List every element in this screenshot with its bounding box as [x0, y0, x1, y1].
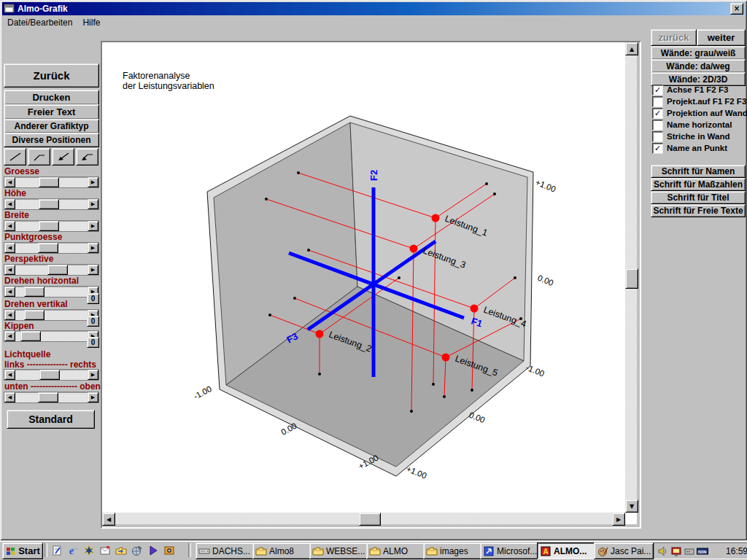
slider-right-arrow[interactable]: ▶: [88, 177, 98, 187]
vertical-scroll-thumb[interactable]: [625, 268, 638, 289]
slider-perspektive[interactable]: ◀▶: [4, 264, 99, 276]
button-schrift-f-r-titel[interactable]: Schrift für Titel: [651, 191, 746, 204]
slider-breite[interactable]: ◀▶: [4, 220, 99, 232]
menu-datei-bearbeiten[interactable]: Datei/Bearbeiten: [2, 17, 77, 28]
button-anderer-grafiktyp[interactable]: Anderer Grafiktyp: [4, 119, 99, 133]
slider-right-arrow[interactable]: ▶: [88, 265, 98, 275]
task-button-microsof[interactable]: Microsof...: [480, 542, 540, 559]
slider-thumb[interactable]: [39, 199, 59, 209]
slider-right-arrow[interactable]: ▶: [88, 199, 98, 209]
slider-thumb[interactable]: [39, 177, 59, 187]
task-button-webse[interactable]: WEBSE...: [309, 542, 369, 559]
slider-thumb[interactable]: [38, 392, 58, 402]
checkbox-projektion-auf-wand[interactable]: ✓: [652, 108, 663, 119]
button-zur-ck[interactable]: Zurück: [4, 63, 99, 88]
button-w-nde-grau-wei[interactable]: Wände: grau/weiß: [651, 46, 746, 60]
button-schrift-f-r-namen[interactable]: Schrift für Namen: [651, 165, 746, 178]
slider-kippen[interactable]: ◀▶: [4, 330, 99, 342]
button-w-nde-da-weg[interactable]: Wände: da/weg: [651, 59, 746, 73]
checkbox-row-name-horizontal[interactable]: Name horizontal: [652, 120, 732, 130]
slider-groesse[interactable]: ◀▶: [4, 176, 99, 188]
slider-thumb[interactable]: [38, 243, 58, 253]
scroll-up-button[interactable]: ▲: [625, 42, 638, 55]
line-style-button-3[interactable]: [52, 148, 74, 166]
checkbox-row-achse-f1-f2-f3[interactable]: ✓Achse F1 F2 F3: [652, 85, 728, 95]
checkbox-striche-in-wand[interactable]: [652, 131, 663, 142]
checkbox-row-projekt-auf-f1-f2-f3[interactable]: Projekt.auf F1 F2 F3: [652, 96, 746, 106]
checkbox-row-name-an-punkt[interactable]: ✓Name an Punkt: [652, 143, 727, 153]
line-style-button-4[interactable]: [76, 148, 98, 166]
checkbox-row-projektion-auf-wand[interactable]: ✓Projektion auf Wand: [652, 108, 747, 118]
slider-thumb[interactable]: [20, 331, 41, 341]
back-button[interactable]: zurück: [651, 29, 697, 46]
tray-volume-icon[interactable]: [657, 545, 669, 557]
slider-right-arrow[interactable]: ▶: [88, 392, 98, 402]
button-standard[interactable]: Standard: [7, 410, 95, 429]
button-drucken[interactable]: Drucken: [4, 90, 99, 105]
horizontal-scrollbar[interactable]: ◀ ▶: [102, 513, 625, 524]
slider-thumb[interactable]: [47, 265, 68, 275]
quicklaunch-mail-icon[interactable]: [98, 543, 112, 558]
task-button-almo[interactable]: ALMO: [366, 542, 426, 559]
slider-thumb[interactable]: [24, 287, 44, 297]
tray-isdn-icon[interactable]: ISDN: [697, 545, 708, 557]
task-button-dachs[interactable]: DACHS...: [196, 542, 255, 559]
button-diverse-positionen[interactable]: Diverse Positionen: [4, 133, 99, 147]
scroll-right-button[interactable]: ▶: [612, 513, 625, 526]
tray-display-icon[interactable]: [670, 545, 682, 557]
slider-thumb[interactable]: [39, 221, 59, 231]
tray-modem-icon[interactable]: [684, 545, 695, 557]
checkbox-name-an-punkt[interactable]: ✓: [652, 143, 663, 154]
rotation-reset-button-1[interactable]: 0: [87, 293, 99, 304]
slider-right-arrow[interactable]: ▶: [88, 221, 98, 231]
checkbox-name-horizontal[interactable]: [652, 120, 663, 131]
slider-h-he[interactable]: ◀▶: [4, 198, 99, 210]
checkbox-projekt-auf-f1-f2-f3[interactable]: [652, 96, 663, 107]
slider-left-arrow[interactable]: ◀: [4, 370, 15, 380]
slider-thumb[interactable]: [39, 370, 60, 380]
slider-left-arrow[interactable]: ◀: [4, 310, 15, 320]
vertical-scrollbar[interactable]: ▲ ▼: [625, 42, 637, 513]
line-style-button-1[interactable]: [4, 148, 26, 166]
slider-punktgroesse[interactable]: ◀▶: [4, 242, 99, 254]
slider-unten-oben[interactable]: ◀▶: [4, 392, 99, 403]
button-schrift-f-r-freie-texte[interactable]: Schrift für Freie Texte: [651, 204, 746, 217]
slider-left-arrow[interactable]: ◀: [4, 265, 15, 275]
checkbox-achse-f1-f2-f3[interactable]: ✓: [652, 85, 663, 96]
slider-thumb[interactable]: [24, 310, 44, 320]
quicklaunch-play-icon[interactable]: [146, 543, 160, 558]
quicklaunch-recorder-icon[interactable]: [162, 543, 177, 558]
start-button[interactable]: Start: [2, 542, 43, 559]
slider-left-arrow[interactable]: ◀: [4, 392, 15, 402]
slider-left-arrow[interactable]: ◀: [4, 221, 15, 231]
close-button[interactable]: ×: [730, 3, 743, 15]
quicklaunch-sync-folder-icon[interactable]: [114, 543, 128, 558]
slider-drehen-horizontal[interactable]: ◀▶: [4, 286, 99, 298]
quicklaunch-notes-icon[interactable]: [50, 543, 64, 558]
slider-left-arrow[interactable]: ◀: [4, 287, 15, 297]
scroll-down-button[interactable]: ▼: [625, 499, 638, 513]
checkbox-row-striche-in-wand[interactable]: Striche in Wand: [652, 131, 729, 141]
quicklaunch-globe-icon[interactable]: [130, 543, 144, 558]
slider-drehen-vertikal[interactable]: ◀▶: [4, 309, 99, 321]
scroll-left-button[interactable]: ◀: [102, 513, 115, 526]
rotation-reset-button-3[interactable]: 0: [87, 337, 99, 348]
line-style-button-2[interactable]: [28, 148, 50, 166]
slider-left-arrow[interactable]: ◀: [4, 199, 15, 209]
menu-hilfe[interactable]: Hilfe: [77, 17, 105, 28]
task-button-almo[interactable]: AALMO...: [537, 542, 597, 559]
button-schrift-f-r-ma-zahlen[interactable]: Schrift für Maßzahlen: [651, 178, 746, 191]
slider-left-arrow[interactable]: ◀: [4, 177, 15, 187]
button-freier-text[interactable]: Freier Text: [4, 104, 99, 120]
horizontal-scroll-thumb[interactable]: [359, 513, 381, 526]
slider-right-arrow[interactable]: ▶: [88, 243, 98, 253]
task-button-almo8[interactable]: Almo8: [252, 542, 312, 559]
rotation-reset-button-2[interactable]: 0: [87, 316, 99, 327]
slider-left-arrow[interactable]: ◀: [4, 331, 15, 341]
task-button-jasc-pai[interactable]: Jasc Pai...: [594, 542, 654, 559]
slider-right-arrow[interactable]: ▶: [88, 370, 98, 380]
slider-left-arrow[interactable]: ◀: [4, 243, 15, 253]
task-button-images[interactable]: images: [423, 542, 483, 559]
quicklaunch-star-icon[interactable]: [82, 543, 96, 558]
quicklaunch-ie-icon[interactable]: e: [66, 543, 80, 558]
